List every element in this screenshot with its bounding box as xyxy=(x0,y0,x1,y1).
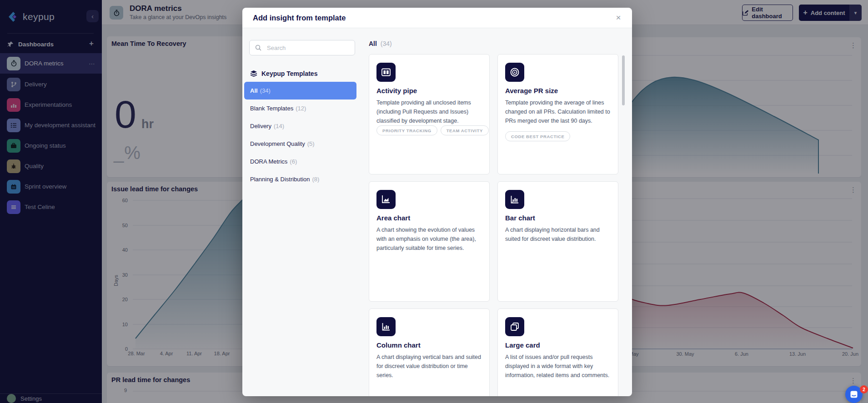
category-blank-templates[interactable]: Blank Templates (12) xyxy=(244,100,356,117)
template-title: Column chart xyxy=(376,341,421,349)
modal-scrollbar[interactable] xyxy=(622,55,625,105)
category-label: Development Quality xyxy=(250,140,305,147)
category-all[interactable]: All (34) xyxy=(244,82,356,100)
template-card-large-card[interactable]: Large card A list of issues and/or pull … xyxy=(497,308,618,396)
template-card-bar-chart[interactable]: Bar chart A chart displaying horizontal … xyxy=(497,181,618,302)
category-count: (8) xyxy=(312,176,320,183)
tag-pill: CODE BEST PRACTICE xyxy=(505,131,570,141)
template-description: A list of issues and/or pull requests di… xyxy=(505,353,612,380)
template-card-activity-pipe[interactable]: Activity pipe Template providing all unc… xyxy=(369,54,490,174)
category-count: (34) xyxy=(260,87,271,94)
category-label: All xyxy=(250,87,258,94)
template-description: A chart displaying vertical bars and sui… xyxy=(376,353,483,380)
target-icon xyxy=(505,63,524,82)
category-planning-distribution[interactable]: Planning & Distribution (8) xyxy=(244,170,356,188)
category-dora-metrics[interactable]: DORA Metrics (6) xyxy=(244,153,356,170)
template-description: A chart showing the evolution of values … xyxy=(376,226,483,253)
template-card-area-chart[interactable]: Area chart A chart showing the evolution… xyxy=(369,181,490,302)
template-title: Area chart xyxy=(376,214,410,222)
category-list: All (34) Blank Templates (12) Delivery (… xyxy=(244,82,356,188)
category-count: (12) xyxy=(296,105,306,112)
chat-icon xyxy=(850,390,858,398)
modal-header: Add insight from template × xyxy=(242,8,632,28)
tag-pill: TEAM ACTIVITY xyxy=(441,125,489,135)
search-input[interactable] xyxy=(266,44,343,52)
modal-body: Keypup Templates All (34) Blank Template… xyxy=(242,28,632,396)
template-description: A chart displaying horizontal bars and s… xyxy=(505,226,612,244)
category-count: (5) xyxy=(307,140,315,147)
templates-section-label: Keypup Templates xyxy=(261,70,317,77)
category-label: Planning & Distribution xyxy=(250,176,310,183)
category-count: (6) xyxy=(290,158,297,165)
template-title: Average PR size xyxy=(505,87,558,95)
category-delivery[interactable]: Delivery (14) xyxy=(244,117,356,135)
template-grid: Activity pipe Template providing all unc… xyxy=(369,54,618,396)
columns-icon xyxy=(376,63,396,82)
category-label: Delivery xyxy=(250,123,271,129)
layers-icon xyxy=(250,70,257,77)
category-label: DORA Metrics xyxy=(250,158,287,165)
template-card-column-chart[interactable]: Column chart A chart displaying vertical… xyxy=(369,308,490,396)
column-chart-icon xyxy=(376,317,396,336)
template-search xyxy=(249,40,355,55)
template-tags: CODE BEST PRACTICE xyxy=(505,131,570,141)
search-icon xyxy=(255,45,261,51)
app-window: keypup ‹ Dashboards + DORA metrics ⋯ Del… xyxy=(0,0,868,403)
close-icon[interactable]: × xyxy=(613,12,624,23)
template-description: Template providing all unclosed items (i… xyxy=(376,99,483,125)
template-title: Bar chart xyxy=(505,214,535,222)
template-title: Activity pipe xyxy=(376,87,417,95)
modal-title: Add insight from template xyxy=(253,8,346,28)
area-chart-icon xyxy=(376,190,396,209)
category-count: (14) xyxy=(274,123,284,129)
tag-pill: PRIORITY TRACKING xyxy=(376,125,437,135)
bar-chart-icon xyxy=(505,190,524,209)
notification-badge: 2 xyxy=(860,385,868,393)
templates-section-header: Keypup Templates xyxy=(250,70,317,77)
copy-icon xyxy=(505,317,524,336)
template-description: Template providing the average of lines … xyxy=(505,99,612,125)
results-heading: All (34) xyxy=(369,40,392,47)
category-development-quality[interactable]: Development Quality (5) xyxy=(244,135,356,153)
results-heading-count: (34) xyxy=(381,40,392,47)
results-heading-label: All xyxy=(369,40,377,47)
category-label: Blank Templates xyxy=(250,105,293,112)
add-insight-modal: Add insight from template × Keypup Templ… xyxy=(242,8,632,396)
template-card-average-pr-size[interactable]: Average PR size Template providing the a… xyxy=(497,54,618,174)
template-tags: PRIORITY TRACKING TEAM ACTIVITY xyxy=(376,125,489,135)
template-title: Large card xyxy=(505,341,540,349)
